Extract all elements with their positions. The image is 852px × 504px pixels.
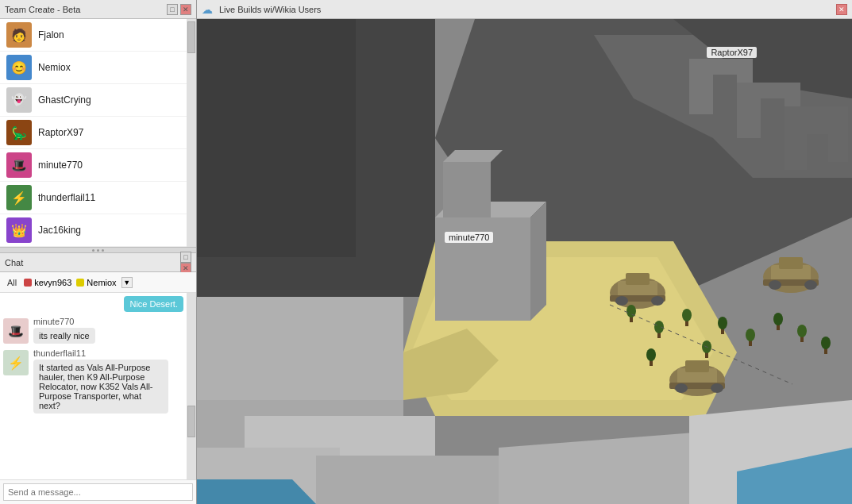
member-name-jac16king: Jac16king: [38, 225, 81, 236]
avatar-minute770: 🎩: [6, 152, 32, 178]
member-name-thunderflail11: thunderflail11: [38, 192, 95, 203]
chat-panel: Chat □ ✕ All kevyn963 Nemiox ▼ Nice Des: [0, 253, 196, 504]
chat-title: Chat: [5, 258, 23, 267]
chat-message-minute: 🎩 minute770 its really nice: [3, 317, 183, 344]
members-scrollbar-thumb[interactable]: [187, 21, 195, 53]
member-item-jac16king[interactable]: 👑Jac16king: [0, 214, 187, 247]
chat-filter-nemiox[interactable]: Nemiox: [76, 278, 116, 287]
team-create-panel: Team Create - Beta □ ✕ 🧑Fjalon😊Nemiox👻Gh…: [0, 0, 196, 247]
game-scene: RaptorX97 minute770: [197, 19, 852, 504]
member-item-thunderflail11[interactable]: ⚡thunderflail11: [0, 182, 187, 214]
chat-username-minute: minute770: [33, 317, 183, 326]
chat-content-thunder: thunderflail11 It started as Vals All-Pu…: [33, 348, 183, 414]
svg-point-53: [746, 329, 755, 341]
svg-rect-28: [626, 273, 650, 285]
viewport-close-button[interactable]: ✕: [836, 4, 847, 15]
member-name-fjalon: Fjalon: [38, 29, 64, 40]
resize-dots: [92, 249, 104, 252]
main-viewport: ☁ Live Builds wi/Wikia Users ✕: [197, 0, 852, 504]
kevyn-dot: [24, 279, 32, 287]
member-item-minute770[interactable]: 🎩minute770: [0, 149, 187, 182]
chat-content-minute: minute770 its really nice: [33, 317, 183, 344]
resize-dot-1: [92, 249, 94, 252]
chat-avatar-minute: 🎩: [3, 318, 29, 344]
chat-bubble-nice-desert: Nice Desert.: [124, 296, 183, 312]
svg-point-59: [821, 337, 831, 349]
avatar-thunderflail11: ⚡: [6, 185, 32, 210]
svg-point-55: [773, 313, 783, 325]
chat-filter-kevyn[interactable]: kevyn963: [24, 278, 71, 287]
svg-point-42: [675, 383, 688, 393]
left-panel: Team Create - Beta □ ✕ 🧑Fjalon😊Nemiox👻Gh…: [0, 0, 197, 504]
nemiox-name: Nemiox: [87, 278, 116, 287]
members-container: 🧑Fjalon😊Nemiox👻GhastCrying🦕RaptorX97🎩min…: [0, 19, 196, 247]
svg-marker-23: [530, 202, 546, 321]
avatar-jac16king: 👑: [6, 217, 32, 243]
avatar-ghastcrying: 👻: [6, 87, 32, 113]
member-name-minute770: minute770: [38, 160, 83, 171]
chat-username-thunder: thunderflail11: [33, 348, 183, 358]
chat-filter-all[interactable]: All: [5, 277, 19, 288]
members-list: 🧑Fjalon😊Nemiox👻GhastCrying🦕RaptorX97🎩min…: [0, 19, 187, 247]
svg-point-47: [654, 321, 664, 333]
chat-input-area: [0, 479, 196, 504]
svg-point-49: [682, 309, 692, 321]
member-name-ghastcrying: GhastCrying: [38, 94, 91, 106]
svg-point-31: [651, 296, 664, 306]
chat-bubble-thunder: It started as Vals All-Purpose hauler, t…: [33, 360, 168, 414]
nemiox-dot: [76, 279, 84, 287]
svg-point-51: [718, 317, 727, 329]
chat-controls: □ ✕: [180, 252, 191, 274]
svg-marker-12: [197, 297, 403, 416]
svg-point-63: [646, 348, 656, 361]
member-item-raptorx97[interactable]: 🦕RaptorX97: [0, 117, 187, 149]
member-name-nemiox: Nemiox: [38, 62, 71, 73]
svg-point-30: [615, 296, 628, 306]
svg-point-36: [769, 280, 781, 290]
svg-point-57: [797, 325, 807, 337]
svg-marker-21: [435, 217, 530, 321]
team-create-close-button[interactable]: ✕: [180, 4, 191, 15]
chat-filter-dropdown[interactable]: ▼: [121, 277, 133, 288]
svg-marker-8: [197, 19, 356, 257]
chat-input[interactable]: [3, 483, 193, 501]
members-list-wrapper: 🧑Fjalon😊Nemiox👻GhastCrying🦕RaptorX97🎩min…: [0, 19, 187, 247]
resize-handle[interactable]: [0, 247, 196, 253]
svg-rect-40: [685, 360, 709, 372]
member-item-fjalon[interactable]: 🧑Fjalon: [0, 19, 187, 52]
cloud-icon: ☁: [202, 3, 214, 16]
chat-messages-container: Nice Desert. 🎩 minute770 its really nice…: [0, 293, 196, 479]
resize-dot-3: [102, 249, 104, 252]
team-create-title: Team Create - Beta: [5, 5, 80, 14]
scene-svg: [197, 19, 852, 504]
team-create-header: Team Create - Beta □ ✕: [0, 0, 196, 19]
avatar-fjalon: 🧑: [6, 22, 32, 48]
members-scrollbar[interactable]: [187, 19, 196, 247]
svg-marker-24: [443, 162, 491, 217]
chat-header: Chat □ ✕: [0, 253, 196, 272]
team-create-controls: □ ✕: [167, 4, 191, 15]
chat-filter-bar: All kevyn963 Nemiox ▼: [0, 272, 196, 293]
viewport-title: Live Builds wi/Wikia Users: [219, 5, 831, 14]
chat-scrollbar-thumb[interactable]: [187, 406, 195, 437]
viewport-header: ☁ Live Builds wi/Wikia Users ✕: [197, 0, 852, 19]
avatar-raptorx97: 🦕: [6, 120, 32, 145]
svg-point-37: [804, 280, 817, 290]
member-name-raptorx97: RaptorX97: [38, 127, 83, 138]
svg-marker-16: [316, 456, 530, 504]
team-create-minimize-button[interactable]: □: [167, 4, 178, 15]
chat-avatar-thunder: ⚡: [3, 350, 29, 375]
svg-rect-34: [779, 257, 803, 269]
chat-message-nice-desert: Nice Desert.: [3, 296, 183, 312]
member-item-nemiox[interactable]: 😊Nemiox: [0, 52, 187, 84]
avatar-nemiox: 😊: [6, 55, 32, 80]
chat-bubble-minute: its really nice: [33, 328, 95, 344]
kevyn-name: kevyn963: [34, 278, 71, 287]
chat-messages: Nice Desert. 🎩 minute770 its really nice…: [0, 293, 187, 479]
member-item-ghastcrying[interactable]: 👻GhastCrying: [0, 84, 187, 117]
chat-minimize-button[interactable]: □: [180, 252, 191, 263]
svg-point-43: [711, 383, 723, 393]
chat-message-thunder: ⚡ thunderflail11 It started as Vals All-…: [3, 348, 183, 414]
chat-scrollbar[interactable]: [187, 293, 196, 479]
resize-dot-2: [97, 249, 99, 252]
